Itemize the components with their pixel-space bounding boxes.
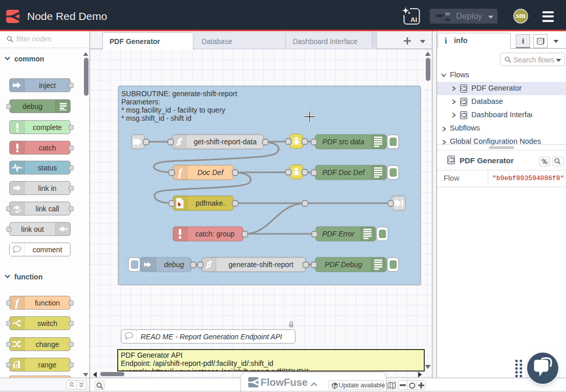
svg-text:SUBROUTINE: generate-shift-rep: SUBROUTINE: generate-shift-report bbox=[121, 90, 237, 98]
svg-text:Parameters:: Parameters: bbox=[121, 98, 160, 106]
svg-text:Doc Def: Doc Def bbox=[198, 168, 225, 177]
svg-text:generate-shift-report: generate-shift-report bbox=[229, 260, 294, 269]
svg-text:PDF Debug: PDF Debug bbox=[325, 260, 362, 269]
svg-text:READ ME - Report Generation En: READ ME - Report Generation Endpoint API bbox=[141, 333, 282, 341]
svg-text:f: f bbox=[15, 297, 20, 309]
svg-text:catch: group: catch: group bbox=[195, 230, 234, 238]
svg-text:PDF Generator API: PDF Generator API bbox=[121, 351, 183, 359]
svg-text:* msg.shift_id - shift id: * msg.shift_id - shift id bbox=[121, 114, 191, 122]
svg-text:debug: debug bbox=[164, 260, 184, 269]
svg-text:PDF Doc Def: PDF Doc Def bbox=[322, 168, 365, 177]
svg-text:pdfmake.: pdfmake. bbox=[195, 199, 225, 207]
svg-text:Endpoint: /api/shift-report-pd: Endpoint: /api/shift-report-pdf/:facilit… bbox=[121, 359, 273, 367]
svg-text:PDF src data: PDF src data bbox=[322, 138, 364, 146]
svg-text:* msg.facility_id - facility t: * msg.facility_id - facility to query bbox=[121, 106, 225, 114]
svg-text:PDF Error: PDF Error bbox=[322, 230, 355, 238]
svg-text:AI: AI bbox=[410, 16, 417, 24]
svg-text:get-shift-report-data: get-shift-report-data bbox=[194, 138, 257, 146]
